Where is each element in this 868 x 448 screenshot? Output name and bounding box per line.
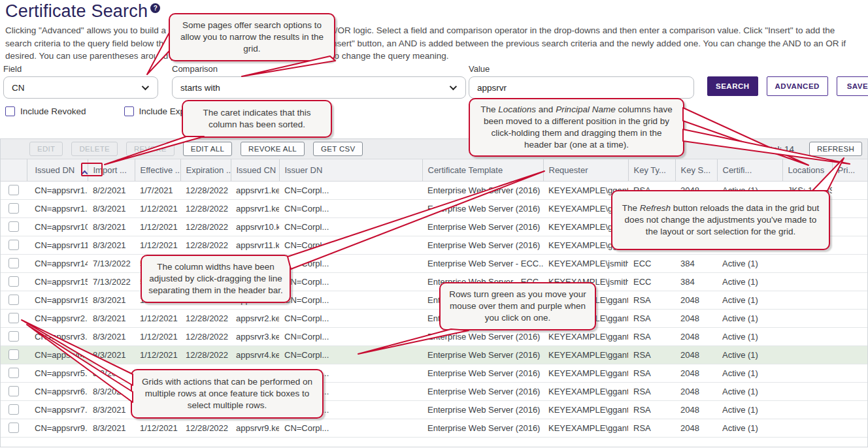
cell-select xyxy=(1,345,27,364)
table-row[interactable]: CN=appsrvr14.key... 7/13/2022 5/4/2022 5… xyxy=(1,254,867,272)
cell-import-date: 8/2/2021 xyxy=(88,181,135,199)
cell-principal xyxy=(832,272,867,291)
row-checkbox[interactable] xyxy=(8,404,19,415)
cell-select xyxy=(1,236,27,254)
edit-button[interactable]: EDIT xyxy=(29,142,63,156)
cell-locations xyxy=(782,291,832,309)
cell-locations xyxy=(782,254,832,272)
table-row[interactable]: CN=appsrvr9.keye... 8/3/2021 1/12/2021 1… xyxy=(1,419,867,437)
cell-issued-cn: appsrvr1.keye... xyxy=(231,181,279,199)
cell-requester: KEYEXAMPLE\ggant xyxy=(543,364,628,382)
row-checkbox[interactable] xyxy=(8,368,19,378)
row-checkbox[interactable] xyxy=(8,185,19,195)
table-row[interactable]: CN=appsrvr15.key... 7/13/2022 5/4/2022 5… xyxy=(1,272,867,291)
value-input[interactable] xyxy=(469,76,694,99)
table-row[interactable]: CN=appsrvr19.key... 8/3/2021 12/28/2020 … xyxy=(1,291,867,309)
cell-select xyxy=(1,382,27,400)
comparison-label: Comparison xyxy=(172,64,466,74)
cell-certificate-state: Active (1) xyxy=(717,364,782,382)
column-header-certificate-template[interactable]: Certificate Template xyxy=(422,159,543,181)
row-checkbox[interactable] xyxy=(8,295,19,305)
row-checkbox[interactable] xyxy=(8,276,19,287)
callout-sort-caret: The caret indicates that this column has… xyxy=(182,100,332,138)
revoke-button[interactable]: REVOKE xyxy=(126,142,175,156)
include-revoked-checkbox[interactable] xyxy=(5,106,15,116)
cell-key-type: RSA xyxy=(628,382,675,400)
cell-import-date: 8/3/2021 xyxy=(88,236,135,254)
cell-issued-dn: CN=appsrvr1.keyex... xyxy=(27,181,88,199)
cell-issued-cn: appsrvr3.key... xyxy=(231,327,279,345)
column-header-issued-dn[interactable]: Issued DN xyxy=(27,159,88,181)
advanced-button[interactable]: ADVANCED xyxy=(767,76,828,96)
help-icon[interactable]: ? xyxy=(150,3,160,13)
cell-issuer-dn: CN=Corpl... xyxy=(279,254,422,272)
column-header-locations[interactable]: Locations xyxy=(782,159,832,181)
revoke-all-button[interactable]: REVOKE ALL xyxy=(241,142,305,156)
comparison-select[interactable]: starts with xyxy=(172,76,466,99)
cell-issued-cn: appsrvr11.key... xyxy=(231,236,279,254)
column-header-effective-date[interactable]: Effective ... xyxy=(135,159,180,181)
cell-select xyxy=(1,217,27,236)
edit-all-button[interactable]: EDIT ALL xyxy=(183,142,232,156)
cell-effective-date: 1/12/2021 xyxy=(135,345,180,364)
cell-key-type: RSA xyxy=(628,364,675,382)
cell-requester: KEYEXAMPLE\ggant xyxy=(543,419,628,437)
row-checkbox[interactable] xyxy=(8,203,19,214)
cell-issuer-dn: CN=Corpl... xyxy=(279,327,422,345)
cell-locations xyxy=(782,364,832,382)
save-button[interactable]: SAVE xyxy=(837,76,868,96)
search-button[interactable]: SEARCH xyxy=(707,76,758,96)
table-row[interactable]: CN=appsrvr3.keye... 8/3/2021 1/12/2021 1… xyxy=(1,327,867,345)
value-group: Value xyxy=(469,64,694,99)
table-row[interactable]: CN=appsrvr2.keye... 8/3/2021 1/12/2021 1… xyxy=(1,309,867,327)
cell-key-type: RSA xyxy=(628,309,675,327)
column-header-issuer-dn[interactable]: Issuer DN xyxy=(279,159,422,181)
issued-dn-header-label: Issued DN xyxy=(35,165,75,175)
row-checkbox[interactable] xyxy=(8,331,19,342)
page-title: Certificate Search xyxy=(5,1,148,22)
cell-effective-date: 1/12/2021 xyxy=(135,309,180,327)
row-checkbox[interactable] xyxy=(8,258,19,268)
column-header-certificate-state[interactable]: Certifi... xyxy=(717,159,782,181)
include-expired-checkbox[interactable] xyxy=(124,106,134,116)
row-checkbox[interactable] xyxy=(8,240,19,250)
get-csv-button[interactable]: GET CSV xyxy=(313,142,363,156)
cell-principal xyxy=(832,291,867,309)
row-checkbox[interactable] xyxy=(8,423,19,433)
cell-import-date: 7/13/2022 xyxy=(88,272,135,291)
row-checkbox[interactable] xyxy=(8,221,19,232)
column-header-import-date[interactable]: Import ... xyxy=(88,159,135,181)
cell-key-type: RSA xyxy=(628,291,675,309)
delete-button[interactable]: DELETE xyxy=(71,142,118,156)
column-header-principal[interactable]: Pri... xyxy=(832,159,867,181)
cell-key-size: 2048 xyxy=(675,291,717,309)
cell-principal xyxy=(832,327,867,345)
callout-search-options: Some pages offer search options to allow… xyxy=(169,13,335,61)
column-header-issued-cn[interactable]: Issued CN xyxy=(231,159,279,181)
cell-locations xyxy=(782,309,832,327)
comparison-select-value: starts with xyxy=(180,83,220,93)
cell-certificate-template: Enterprise Web Server - ECC... xyxy=(422,254,543,272)
column-header-expiration-date[interactable]: Expiration ... xyxy=(180,159,231,181)
cell-issued-dn: CN=appsrvr10.key... xyxy=(27,217,88,236)
grid-toolbar: EDIT DELETE REVOKE EDIT ALL REVOKE ALL G… xyxy=(1,139,867,159)
refresh-button[interactable]: REFRESH xyxy=(809,142,862,156)
cell-locations xyxy=(782,345,832,364)
row-checkbox[interactable] xyxy=(8,386,19,396)
cell-import-date: 8/3/2021 xyxy=(88,217,135,236)
row-checkbox[interactable] xyxy=(8,313,19,323)
row-checkbox[interactable] xyxy=(8,349,19,360)
callout-refresh: The Refresh button reloads the data in t… xyxy=(611,190,830,250)
column-header-requester[interactable]: Requester xyxy=(543,159,628,181)
cell-import-date: 8/3/2021 xyxy=(88,327,135,345)
cell-import-date: 8/3/2021 xyxy=(88,382,135,400)
table-row[interactable]: CN=appsrvr4.keye... 8/3/2021 1/12/2021 1… xyxy=(1,345,867,364)
column-header-key-size[interactable]: Key S... xyxy=(675,159,717,181)
cell-issued-dn: CN=appsrvr1.keyex... xyxy=(27,199,88,217)
cell-certificate-state: Active (1) xyxy=(717,291,782,309)
cell-effective-date: 1/12/2021 xyxy=(135,199,180,217)
callout-refresh-text: The Refresh button reloads the data in t… xyxy=(619,202,822,238)
column-header-key-type[interactable]: Key Ty... xyxy=(628,159,675,181)
field-select[interactable]: CN xyxy=(3,76,158,99)
callout-row-colors: Rows turn green as you move your mouse o… xyxy=(439,282,596,330)
